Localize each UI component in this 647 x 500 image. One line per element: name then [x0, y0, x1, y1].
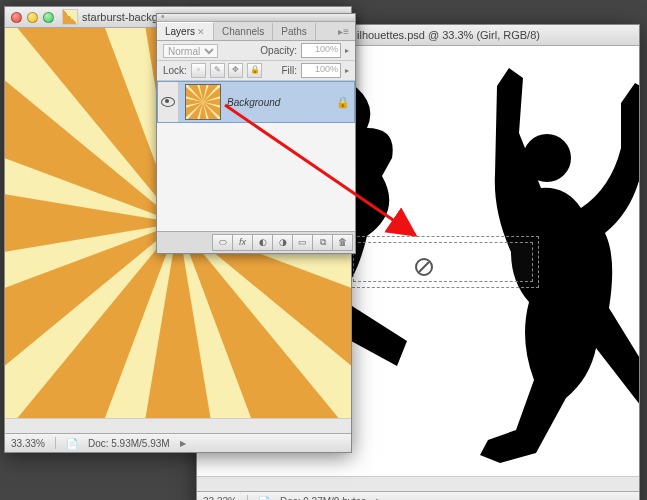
lock-pixels-icon[interactable]: ✎ [210, 63, 225, 78]
document-icon [62, 9, 78, 25]
statusbar-b: 33.33% 📄 Doc: 9.27M/0 bytes ▶ [197, 491, 639, 500]
lock-position-icon[interactable]: ✥ [228, 63, 243, 78]
document-title-b: ilhouettes.psd @ 33.3% (Girl, RGB/8) [357, 29, 540, 41]
layer-row-background[interactable]: Background 🔒 [157, 81, 355, 123]
statusbar-a: 33.33% 📄 Doc: 5.93M/5.93M ▶ [5, 433, 351, 452]
doc-info-a: Doc: 5.93M/5.93M [88, 438, 170, 449]
scrollbar-h-b[interactable] [197, 476, 639, 491]
info-menu-a[interactable]: ▶ [180, 439, 186, 448]
blend-mode-select[interactable]: Normal [163, 44, 218, 58]
delete-layer-icon[interactable]: 🗑 [332, 234, 353, 251]
layers-panel[interactable]: Layers✕ Channels Paths ▸≡ Normal Opacity… [156, 13, 356, 254]
opacity-field[interactable]: 100% [301, 43, 341, 58]
opacity-slider-icon[interactable]: ▸ [345, 46, 349, 55]
lock-label: Lock: [163, 65, 187, 76]
fill-field[interactable]: 100% [301, 63, 341, 78]
window-zoom-icon[interactable] [43, 12, 54, 23]
layer-list[interactable]: Background 🔒 [157, 81, 355, 231]
new-layer-icon[interactable]: ⧉ [312, 234, 333, 251]
layer-lock-icon[interactable]: 🔒 [336, 96, 348, 108]
doc-info-b: Doc: 9.27M/0 bytes [280, 496, 366, 501]
fill-slider-icon[interactable]: ▸ [345, 66, 349, 75]
close-icon[interactable]: ✕ [197, 27, 205, 37]
panel-grip[interactable] [157, 14, 355, 22]
no-drop-cursor-icon [415, 258, 433, 276]
adjustment-layer-icon[interactable]: ◑ [272, 234, 293, 251]
window-close-icon[interactable] [11, 12, 22, 23]
layer-group-icon[interactable]: ▭ [292, 234, 313, 251]
info-menu-b[interactable]: ▶ [376, 497, 382, 501]
window-minimize-icon[interactable] [27, 12, 38, 23]
layer-visibility-toggle[interactable] [158, 82, 179, 122]
drag-outline-inner [353, 242, 533, 282]
layer-mask-icon[interactable]: ◐ [252, 234, 273, 251]
panel-footer: ⬭ fx ◐ ◑ ▭ ⧉ 🗑 [157, 231, 355, 253]
svg-point-0 [523, 134, 571, 182]
layer-thumbnail[interactable] [185, 84, 221, 120]
link-layers-icon[interactable]: ⬭ [212, 234, 233, 251]
fill-label: Fill: [281, 65, 297, 76]
opacity-label: Opacity: [260, 45, 297, 56]
eye-icon [161, 97, 175, 107]
lock-all-icon[interactable]: 🔒 [247, 63, 262, 78]
panel-tabs: Layers✕ Channels Paths ▸≡ [157, 22, 355, 41]
lock-transparency-icon[interactable]: ▫ [191, 63, 206, 78]
tab-channels[interactable]: Channels [214, 23, 273, 40]
zoom-level-a[interactable]: 33.33% [11, 438, 45, 449]
lock-buttons: ▫ ✎ ✥ 🔒 [191, 63, 263, 78]
zoom-level-b[interactable]: 33.33% [203, 496, 237, 501]
layer-fx-icon[interactable]: fx [232, 234, 253, 251]
traffic-lights [11, 12, 54, 23]
tab-layers[interactable]: Layers✕ [157, 22, 214, 40]
panel-menu-icon[interactable]: ▸≡ [332, 26, 355, 37]
tab-paths[interactable]: Paths [273, 23, 316, 40]
layer-name[interactable]: Background [227, 97, 336, 108]
scrollbar-h-a[interactable] [5, 418, 351, 433]
